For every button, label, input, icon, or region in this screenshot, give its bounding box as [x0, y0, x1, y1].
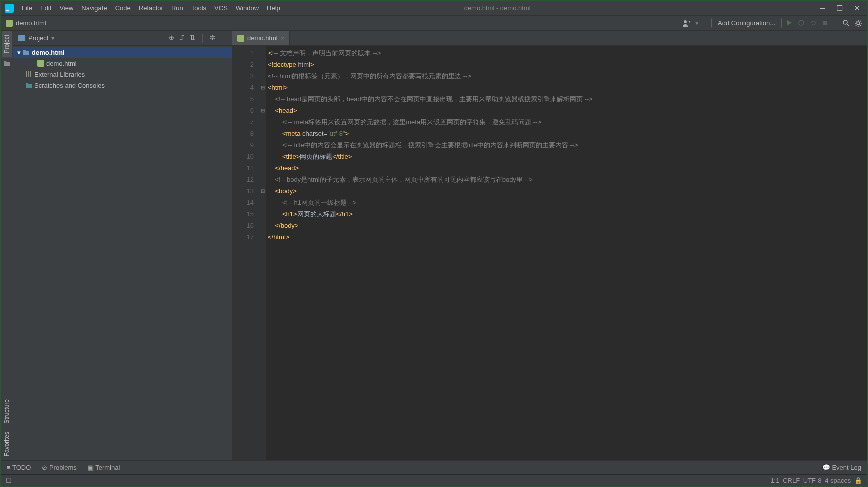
code-content[interactable]: <!-- 文档声明，声明当前网页的版本 --><!doctype html><!… — [266, 46, 867, 460]
collapse-all-icon[interactable]: ⇅ — [190, 34, 195, 43]
tree-file[interactable]: demo.html — [13, 58, 232, 69]
editor-tabs: demo.html × — [232, 31, 867, 46]
svg-rect-1 — [6, 10, 9, 11]
project-tool-tab[interactable]: Project — [2, 31, 12, 57]
user-icon[interactable] — [682, 20, 691, 27]
terminal-tool[interactable]: ▣ Terminal — [88, 464, 120, 471]
menu-edit[interactable]: Edit — [36, 2, 55, 14]
svg-point-3 — [684, 20, 687, 23]
html-file-icon — [237, 35, 244, 42]
status-bar: ☐ 1:1 CRLF UTF-8 4 spaces 🔒 — [1, 474, 867, 486]
svg-rect-9 — [18, 35, 25, 41]
svg-rect-2 — [6, 20, 13, 27]
add-configuration-button[interactable]: Add Configuration... — [711, 18, 782, 28]
svg-rect-13 — [30, 71, 31, 77]
readonly-lock-icon[interactable]: 🔒 — [854, 477, 862, 484]
menubar: FileEditViewNavigateCodeRefactorRunTools… — [1, 1, 867, 16]
search-icon[interactable] — [842, 19, 850, 27]
line-numbers: 1234567891011121314151617 — [232, 46, 260, 460]
project-panel-title[interactable]: Project ▾ — [18, 34, 55, 42]
fold-column[interactable]: ⊟⊟⊟ — [260, 46, 266, 460]
folder-icon[interactable] — [3, 60, 10, 66]
menu-navigate[interactable]: Navigate — [77, 2, 111, 14]
folder-icon — [23, 49, 30, 56]
expand-all-icon[interactable]: ⇵ — [179, 34, 185, 43]
left-tool-rail: Project Structure Favorites — [1, 31, 13, 460]
close-tab-icon[interactable]: × — [281, 34, 285, 42]
window-title: demo.html - demo.html — [284, 4, 820, 12]
problems-tool[interactable]: ⊘ Problems — [42, 464, 77, 471]
project-panel: Project ▾ ⊕ ⇵ ⇅ ✼ — ▾ demo.html demo.htm… — [13, 31, 232, 460]
settings-icon[interactable] — [854, 19, 862, 27]
html-file-icon — [37, 60, 44, 67]
menu-run[interactable]: Run — [167, 2, 187, 14]
editor-tab[interactable]: demo.html × — [232, 31, 290, 45]
encoding[interactable]: UTF-8 — [803, 477, 822, 484]
app-logo-icon — [5, 4, 14, 13]
svg-rect-5 — [823, 21, 827, 25]
tree-scratches[interactable]: Scratches and Consoles — [13, 80, 232, 91]
svg-rect-10 — [37, 60, 44, 67]
svg-point-4 — [799, 20, 804, 25]
project-tree: ▾ demo.html demo.html External Libraries… — [13, 46, 232, 460]
run-icon[interactable] — [786, 19, 794, 27]
menu-tools[interactable]: Tools — [187, 2, 210, 14]
panel-hide-icon[interactable]: — — [220, 34, 227, 43]
locate-icon[interactable]: ⊕ — [169, 34, 174, 43]
code-editor[interactable]: 1234567891011121314151617 ⊟⊟⊟ <!-- 文档声明，… — [232, 46, 867, 460]
caret-position[interactable]: 1:1 — [770, 477, 779, 484]
menu-view[interactable]: View — [55, 2, 77, 14]
svg-rect-11 — [26, 71, 27, 77]
project-icon — [18, 35, 25, 41]
minimize-button[interactable]: ─ — [820, 4, 825, 13]
separator — [705, 19, 705, 28]
close-button[interactable]: ✕ — [854, 4, 860, 13]
editor-area: demo.html × Analyzing... 123456789101112… — [232, 31, 867, 460]
svg-rect-12 — [28, 71, 29, 77]
debug-icon[interactable] — [798, 19, 806, 27]
menu-refactor[interactable]: Refactor — [135, 2, 167, 14]
separator — [836, 19, 836, 28]
libraries-icon — [25, 71, 32, 78]
event-log-tool[interactable]: 💬 Event Log — [822, 464, 861, 471]
maximize-button[interactable]: ☐ — [836, 4, 843, 13]
navigation-bar: demo.html ▾ Add Configuration... — [1, 16, 867, 31]
svg-line-7 — [847, 24, 849, 26]
scratches-icon — [25, 82, 32, 89]
menu-file[interactable]: File — [18, 2, 36, 14]
menu-vcs[interactable]: VCS — [210, 2, 232, 14]
svg-point-6 — [843, 20, 847, 24]
tree-root[interactable]: ▾ demo.html — [13, 47, 232, 58]
tree-external-libraries[interactable]: External Libraries — [13, 69, 232, 80]
panel-settings-icon[interactable]: ✼ — [210, 34, 215, 43]
menu-window[interactable]: Window — [232, 2, 263, 14]
stop-icon[interactable] — [822, 19, 830, 27]
bottom-tool-bar: ≡ TODO ⊘ Problems ▣ Terminal 💬 Event Log — [1, 460, 867, 474]
menu-help[interactable]: Help — [263, 2, 284, 14]
quick-list-icon[interactable]: ☐ — [6, 477, 12, 484]
line-ending[interactable]: CRLF — [783, 477, 800, 484]
html-file-icon — [6, 20, 13, 27]
indent-setting[interactable]: 4 spaces — [825, 477, 851, 484]
svg-rect-14 — [237, 35, 244, 42]
favorites-tool-tab[interactable]: Favorites — [2, 428, 12, 460]
breadcrumb-file[interactable]: demo.html — [16, 19, 46, 27]
svg-rect-0 — [5, 4, 14, 13]
svg-point-8 — [857, 22, 860, 25]
menu-code[interactable]: Code — [111, 2, 135, 14]
rerun-icon[interactable] — [810, 19, 818, 27]
structure-tool-tab[interactable]: Structure — [2, 395, 12, 428]
todo-tool[interactable]: ≡ TODO — [7, 464, 31, 471]
